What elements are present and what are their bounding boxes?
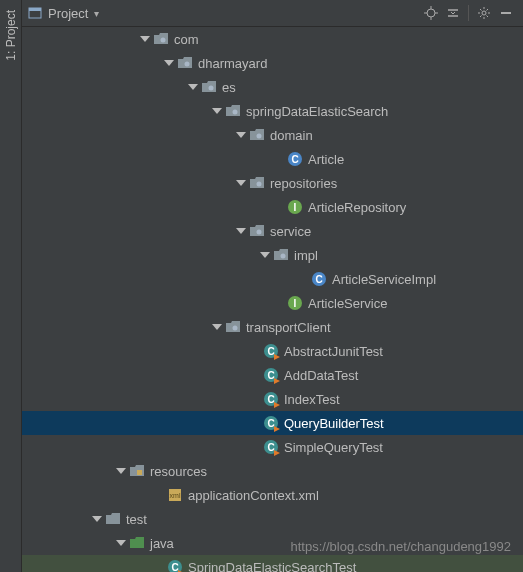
svg-line-15 [487,9,489,11]
package-icon [250,225,264,237]
class-icon: C [288,152,302,166]
svg-point-26 [281,254,286,259]
project-toolbar: Project ▾ [22,0,523,27]
tree-row[interactable]: java [22,531,523,555]
svg-text:xml: xml [170,492,181,499]
dropdown-arrow-icon[interactable]: ▾ [94,8,99,19]
runnable-class-icon: C [168,560,182,572]
tree-row[interactable]: CAddDataTest [22,363,523,387]
tree-item-label: ArticleService [308,296,387,311]
svg-point-23 [257,134,262,139]
resources-folder-icon [130,465,144,477]
tree-row[interactable]: CSimpleQueryTest [22,435,523,459]
runnable-class-icon: C [264,368,278,382]
chevron-down-icon[interactable] [236,228,246,234]
chevron-down-icon[interactable] [236,132,246,138]
svg-point-9 [482,11,486,15]
tree-row[interactable]: IArticleRepository [22,195,523,219]
project-tree[interactable]: comdharmayardesspringDataElasticSearchdo… [22,27,523,572]
chevron-down-icon[interactable] [92,516,102,522]
tree-item-label: springDataElasticSearch [246,104,388,119]
tree-row[interactable]: impl [22,243,523,267]
folder-icon [106,513,120,525]
runnable-class-icon: C [264,392,278,406]
svg-point-27 [233,326,238,331]
chevron-down-icon[interactable] [140,36,150,42]
tree-item-label: ArticleRepository [308,200,406,215]
tree-row[interactable]: CAbstractJunitTest [22,339,523,363]
chevron-down-icon[interactable] [164,60,174,66]
xml-file-icon: xml [168,488,182,502]
package-icon [154,33,168,45]
chevron-down-icon[interactable] [212,108,222,114]
package-icon [250,177,264,189]
tree-row[interactable]: CArticle [22,147,523,171]
tree-row[interactable]: domain [22,123,523,147]
tree-row[interactable]: CIndexTest [22,387,523,411]
tree-row[interactable]: resources [22,459,523,483]
svg-line-14 [480,9,482,11]
runnable-class-icon: C [264,440,278,454]
tree-row[interactable]: IArticleService [22,291,523,315]
tree-row[interactable]: CQueryBuilderTest [22,411,523,435]
chevron-down-icon[interactable] [236,180,246,186]
tree-item-label: java [150,536,174,551]
tree-row[interactable]: com [22,27,523,51]
toolbar-title[interactable]: Project [48,6,88,21]
vertical-tool-tabs: 1: Project [0,0,22,572]
tree-item-label: SpringDataElasticSearchTest [188,560,356,573]
tree-item-label: AbstractJunitTest [284,344,383,359]
svg-point-20 [185,62,190,67]
tree-row[interactable]: springDataElasticSearch [22,99,523,123]
tree-item-label: QueryBuilderTest [284,416,384,431]
test-source-folder-icon [130,537,144,549]
tree-row[interactable]: dharmayard [22,51,523,75]
chevron-down-icon[interactable] [260,252,270,258]
tree-item-label: test [126,512,147,527]
svg-point-22 [233,110,238,115]
collapse-icon[interactable] [442,2,464,24]
hide-icon[interactable] [495,2,517,24]
tree-row[interactable]: xmlapplicationContext.xml [22,483,523,507]
tree-item-label: impl [294,248,318,263]
runnable-class-icon: C [264,344,278,358]
svg-point-25 [257,230,262,235]
svg-point-19 [161,38,166,43]
tree-item-label: service [270,224,311,239]
tree-row[interactable]: es [22,75,523,99]
package-icon [226,321,240,333]
project-icon [28,6,42,20]
tree-item-label: SimpleQueryTest [284,440,383,455]
tree-row[interactable]: service [22,219,523,243]
package-icon [178,57,192,69]
chevron-down-icon[interactable] [188,84,198,90]
svg-line-17 [487,16,489,18]
tree-item-label: applicationContext.xml [188,488,319,503]
svg-line-16 [480,16,482,18]
tree-item-label: com [174,32,199,47]
svg-point-21 [209,86,214,91]
tree-item-label: ArticleServiceImpl [332,272,436,287]
tree-item-label: IndexTest [284,392,340,407]
svg-point-24 [257,182,262,187]
chevron-down-icon[interactable] [116,468,126,474]
tree-row[interactable]: CSpringDataElasticSearchTest [22,555,523,572]
chevron-down-icon[interactable] [212,324,222,330]
tree-item-label: transportClient [246,320,331,335]
locate-icon[interactable] [420,2,442,24]
project-tool-tab[interactable]: 1: Project [2,4,20,67]
tree-row[interactable]: test [22,507,523,531]
tree-row[interactable]: CArticleServiceImpl [22,267,523,291]
package-icon [274,249,288,261]
tree-row[interactable]: transportClient [22,315,523,339]
gear-icon[interactable] [473,2,495,24]
interface-icon: I [288,296,302,310]
tree-item-label: repositories [270,176,337,191]
runnable-class-icon: C [264,416,278,430]
tree-item-label: domain [270,128,313,143]
class-icon: C [312,272,326,286]
chevron-down-icon[interactable] [116,540,126,546]
svg-rect-1 [29,8,41,11]
tree-row[interactable]: repositories [22,171,523,195]
tree-item-label: Article [308,152,344,167]
